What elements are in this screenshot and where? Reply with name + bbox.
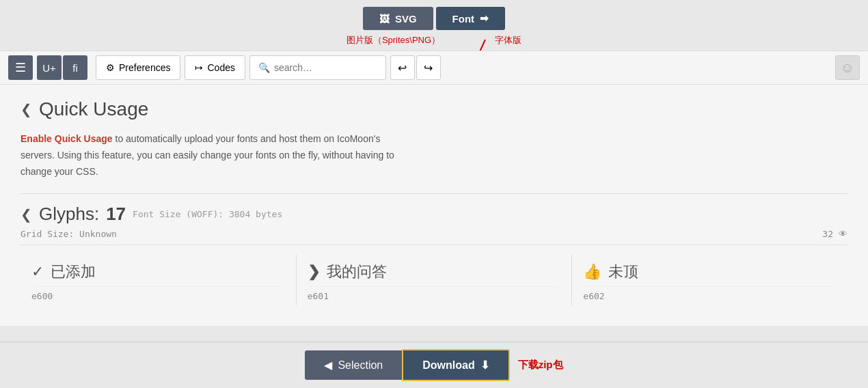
back-icon: ◀ xyxy=(324,359,332,372)
selection-button[interactable]: ◀ Selection xyxy=(305,350,402,380)
glyphs-heading: Glyphs: xyxy=(39,204,99,225)
quick-usage-chevron: ❮ xyxy=(21,101,32,117)
menu-button[interactable]: ☰ xyxy=(8,55,33,80)
download-icon: ⬇ xyxy=(480,359,489,372)
glyphs-title-row: ❮ Glyphs: 17 Font Size (WOFF): 3804 byte… xyxy=(21,204,847,225)
undo-button[interactable]: ↩ xyxy=(390,55,415,80)
hamburger-icon: ☰ xyxy=(15,60,26,75)
glyphs-count: 17 xyxy=(106,204,126,225)
quick-usage-section-title: ❮ Quick Usage xyxy=(21,98,847,120)
icon-item-2: 👍 未顶 e602 xyxy=(572,255,847,305)
eye-icon[interactable]: 👁 xyxy=(839,229,847,239)
svg-button[interactable]: 🖼 SVG xyxy=(363,7,433,30)
image-icon: 🖼 xyxy=(379,13,390,25)
enable-quick-usage-link[interactable]: Enable Quick Usage xyxy=(21,133,113,144)
smiley-button[interactable]: ☺ xyxy=(835,55,860,80)
icon-code-0: e600 xyxy=(31,286,285,301)
anno-svg-label: 图片版（Sprites\PNG） xyxy=(347,34,440,46)
icon-item-0: ✓ 已添加 e600 xyxy=(21,255,297,305)
font-button[interactable]: Font ➡ xyxy=(436,7,505,30)
icon-label-2: 未顶 xyxy=(608,262,638,282)
thumbsup-icon: 👍 xyxy=(583,263,601,281)
grid-size-right: 32 👁 xyxy=(822,229,847,239)
search-box: 🔍 xyxy=(249,55,386,80)
codes-button[interactable]: ↦ Codes xyxy=(185,55,245,80)
codes-arrow-icon: ↦ xyxy=(195,62,203,73)
quick-usage-heading: Quick Usage xyxy=(39,98,148,120)
icon-code-2: e602 xyxy=(583,286,837,301)
anno-font-label: 字体版 xyxy=(495,34,521,46)
quick-usage-text: Enable Quick Usage to automatically uplo… xyxy=(21,131,417,180)
annotation-row: 图片版（Sprites\PNG） 字体版 xyxy=(0,33,868,51)
icon-code-1: e601 xyxy=(308,286,561,301)
gear-icon: ⚙ xyxy=(106,62,115,73)
grid-num: 32 xyxy=(822,229,833,239)
search-input[interactable] xyxy=(274,62,377,73)
circle-arrow-icon: ➡ xyxy=(480,12,489,25)
bottom-bar: ◀ Selection Download ⬇ 下载zip包 xyxy=(0,342,868,388)
glyphs-section: ❮ Glyphs: 17 Font Size (WOFF): 3804 byte… xyxy=(21,193,847,305)
preferences-button[interactable]: ⚙ Preferences xyxy=(96,55,180,80)
grid-size-label: Grid Size: Unknown xyxy=(21,229,117,239)
grid-size-row: Grid Size: Unknown 32 👁 xyxy=(21,229,847,245)
nav-buttons: ↩ ↪ xyxy=(390,55,441,80)
icon-label-0: 已添加 xyxy=(51,262,96,282)
search-icon: 🔍 xyxy=(258,62,270,73)
icon-item-1: ❯ 我的问答 e601 xyxy=(297,255,573,305)
icon-label-1: 我的问答 xyxy=(327,262,387,282)
main-content: ❮ Quick Usage Enable Quick Usage to auto… xyxy=(0,85,868,326)
download-button[interactable]: Download ⬇ xyxy=(402,349,509,381)
smiley-icon: ☺ xyxy=(841,60,854,76)
text-mode-buttons: U+ fi xyxy=(37,55,87,80)
icons-row: ✓ 已添加 e600 ❯ 我的问答 e601 👍 未顶 e602 xyxy=(21,255,847,305)
toolbar: ☰ U+ fi ⚙ Preferences ↦ Codes 🔍 ↩ ↪ ☺ xyxy=(0,51,868,85)
download-annotation: 下载zip包 xyxy=(518,359,563,372)
checkmark-icon: ✓ xyxy=(31,263,44,281)
unicode-button[interactable]: U+ xyxy=(37,55,62,80)
glyphs-chevron: ❮ xyxy=(21,206,32,223)
arrow-icon: ❯ xyxy=(308,263,320,281)
glyphs-meta: Font Size (WOFF): 3804 bytes xyxy=(133,209,282,219)
ligature-button[interactable]: fi xyxy=(63,55,87,80)
top-bar: 🖼 SVG Font ➡ xyxy=(0,0,868,33)
redo-button[interactable]: ↪ xyxy=(416,55,441,80)
